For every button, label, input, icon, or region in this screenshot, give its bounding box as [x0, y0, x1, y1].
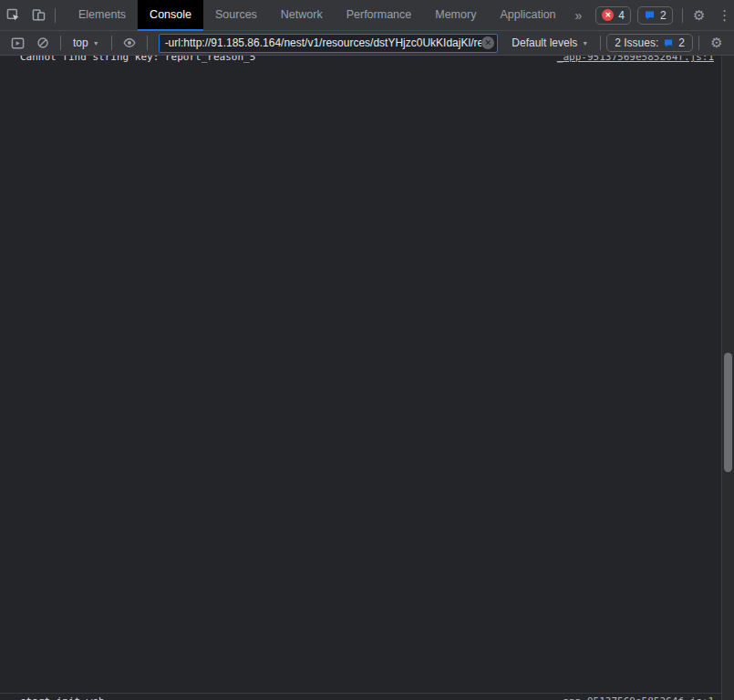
divider: [147, 36, 148, 50]
console-toolbar: top ▼ ✕ Default levels ▼ 2 Issues: 2 ⚙: [0, 31, 734, 56]
inspect-cursor-icon: [6, 8, 20, 22]
scrollbar-track[interactable]: [721, 56, 734, 700]
tab-performance[interactable]: Performance: [335, 0, 424, 31]
panel-tabs: ElementsConsoleSourcesNetworkPerformance…: [67, 0, 568, 31]
message-count: 2: [660, 9, 667, 22]
console-settings-gear-icon[interactable]: ⚙: [705, 33, 729, 53]
source-link[interactable]: _app-95137569e585264f.js:1: [557, 695, 714, 700]
issues-count: 2: [678, 36, 685, 49]
error-icon: ✕: [602, 9, 614, 21]
message-count-badge[interactable]: 2: [637, 6, 673, 25]
log-message: Cannot find string key: report_reason_5: [20, 56, 546, 65]
divider: [55, 8, 56, 23]
tab-memory[interactable]: Memory: [423, 0, 488, 31]
console-row: start init web_app-95137569e585264f.js:1: [0, 693, 734, 700]
tab-elements[interactable]: Elements: [67, 0, 138, 31]
sidebar-panel-icon: [11, 36, 25, 50]
tab-console[interactable]: Console: [138, 0, 203, 31]
chevron-down-icon: ▼: [582, 40, 588, 46]
chat-bubble-icon: [663, 38, 674, 48]
issues-button[interactable]: 2 Issues: 2: [606, 34, 693, 52]
issues-label: 2 Issues:: [615, 36, 658, 49]
divider: [698, 36, 699, 50]
live-expression-button[interactable]: [118, 33, 141, 53]
console-filter-input[interactable]: [165, 36, 482, 49]
devtools-tabbar: ElementsConsoleSourcesNetworkPerformance…: [0, 0, 734, 31]
more-tabs-button[interactable]: »: [568, 8, 590, 23]
console-messages: Cannot find string key: report_reason_5_…: [0, 56, 734, 700]
devtools-window: ElementsConsoleSourcesNetworkPerformance…: [0, 0, 734, 700]
tab-sources[interactable]: Sources: [203, 0, 269, 31]
block-icon: [36, 36, 49, 49]
context-selector-label: top: [73, 36, 88, 49]
console-sidebar-toggle-button[interactable]: [5, 33, 29, 53]
filter-input-container: ✕: [159, 34, 499, 53]
message-text: start init web: [20, 695, 105, 700]
error-count-badge[interactable]: ✕ 4: [595, 6, 631, 25]
console-log[interactable]: Cannot find string key: report_reason_5_…: [0, 56, 734, 700]
chevron-down-icon: ▼: [93, 40, 99, 46]
log-levels-label: Default levels: [512, 36, 577, 49]
inspect-element-button[interactable]: [0, 4, 26, 27]
chat-bubble-icon: [644, 10, 656, 21]
divider: [600, 36, 601, 50]
divider: [682, 8, 683, 23]
device-toolbar-icon: [32, 8, 46, 22]
clear-filter-icon[interactable]: ✕: [481, 36, 494, 49]
clear-console-button[interactable]: [31, 33, 55, 53]
settings-gear-icon[interactable]: ⚙: [687, 4, 712, 27]
device-toolbar-button[interactable]: [26, 4, 51, 27]
divider: [111, 36, 112, 50]
source-link[interactable]: _app-95137569e585264f.js:1: [557, 56, 714, 65]
tab-network[interactable]: Network: [269, 0, 335, 31]
message-text: Cannot find string key: report_reason_5: [20, 56, 255, 63]
scrollbar-thumb[interactable]: [724, 353, 732, 472]
console-row: Cannot find string key: report_reason_5_…: [0, 56, 734, 693]
kebab-menu-icon[interactable]: ⋮: [712, 4, 734, 27]
log-levels-selector[interactable]: Default levels ▼: [505, 36, 594, 49]
log-message: start init web: [20, 695, 546, 700]
error-count: 4: [618, 9, 625, 22]
context-selector[interactable]: top ▼: [67, 36, 106, 49]
eye-icon: [122, 36, 137, 50]
divider: [60, 36, 61, 50]
tab-application[interactable]: Application: [488, 0, 567, 31]
